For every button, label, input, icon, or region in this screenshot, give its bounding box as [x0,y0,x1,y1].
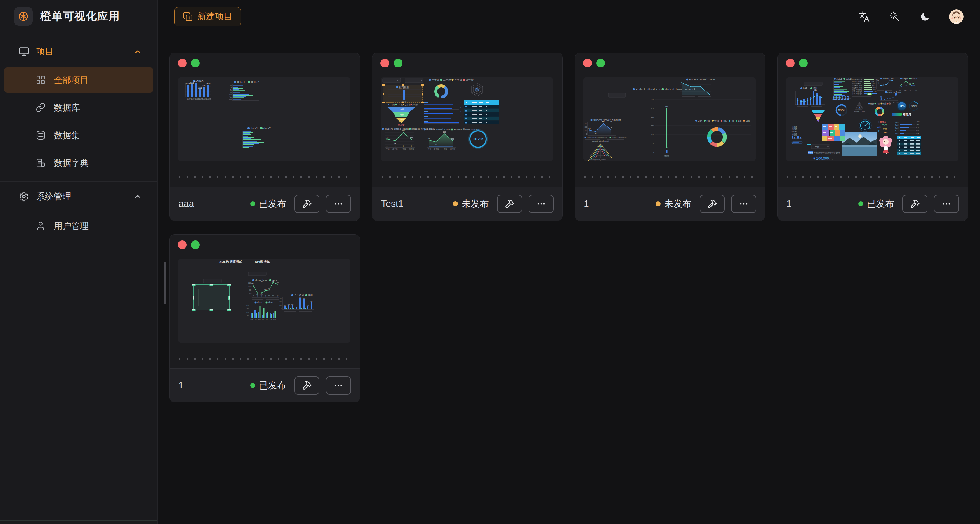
new-project-label: 新建项目 [197,11,232,22]
svg-text:二年级: 二年级 [399,114,404,116]
sidebar-group-system[interactable]: 系统管理 [0,186,158,207]
svg-text:Wed: Wed [714,119,719,122]
build-button[interactable] [294,376,320,395]
svg-text:data2: data2 [846,78,852,80]
sidebar-item-dictionary[interactable]: 数据字典 [4,151,153,176]
svg-text:1111: 1111 [272,280,275,282]
svg-text:350: 350 [246,305,248,306]
topbar-actions [858,10,964,24]
svg-text:课时: 课时 [308,294,313,297]
svg-text:92: 92 [394,142,396,144]
svg-text:data1: data1 [257,301,264,304]
svg-text:六年级: 六年级 [205,98,211,100]
svg-text:4343: 4343 [194,80,198,82]
project-submenu: 全部项目 数据库 数据集 数据字典 [0,59,158,176]
svg-text:600: 600 [249,290,251,291]
project-preview[interactable]: student_attend_count student_attend_coun… [575,53,765,186]
project-name: 1 [786,198,852,209]
svg-text:2: 2 [798,139,799,141]
sidebar-item-database[interactable]: 数据库 [4,95,153,120]
svg-text:小学一年级英语: 小学一年级英语 [852,81,862,83]
svg-text:Mon: Mon [251,319,253,320]
svg-text:700: 700 [310,301,313,302]
svg-text:50: 50 [247,315,249,317]
svg-text:388.: 388. [872,85,875,86]
sidebar-item-dataset[interactable]: 数据集 [4,123,153,148]
sidebar-group-projects[interactable]: 项目 [0,44,158,59]
svg-text:1037/0325/290020-: 1037/0325/290020- [612,137,627,139]
svg-text:Fri: Fri [266,319,267,320]
svg-text:13621: 13621 [916,124,920,126]
project-card-aaa[interactable]: price 3495 3805 4343 2316 [169,53,360,221]
svg-text:data1: data1 [237,80,245,84]
document-icon [36,158,46,169]
app-logo[interactable] [14,7,33,26]
project-card-test1[interactable]: 献花数量 一年级 一年级 二年级 三年级 四年级 [372,53,563,221]
user-avatar[interactable] [949,10,964,24]
project-card-1a[interactable]: student_attend_count student_attend_coun… [575,53,765,221]
sidebar: 橙单可视化应用 项目 全部项目 数据库 [0,0,158,524]
svg-text:三年级: 三年级 [399,119,404,120]
new-project-button[interactable]: 新建项目 [174,7,241,26]
svg-text:176: 176 [451,138,454,140]
svg-text:0: 0 [251,296,251,298]
copy-plus-icon [183,12,193,22]
build-button[interactable] [294,195,320,213]
more-button[interactable] [528,195,554,213]
chevron-up-icon[interactable] [134,47,142,56]
more-button[interactable] [326,195,351,213]
svg-text:No.3: No.3 [895,127,899,129]
status-dot [655,201,660,206]
project-preview[interactable]: price 3495 3805 4343 2316 [170,53,360,186]
svg-text:71 71 71: 71 71 71 [792,126,797,127]
svg-text:20: 20 [272,295,274,296]
project-preview[interactable]: 献花数量 一年级 一年级 二年级 三年级 四年级 [372,53,562,186]
svg-text:一年级: 一年级 [426,148,431,150]
project-card-1b[interactable]: 价格 课时 1111 [777,53,968,221]
avatar-illustration [949,10,964,24]
build-button[interactable] [902,195,928,213]
project-preview[interactable]: SQL数据源测试 API数据集 [170,234,360,368]
sidebar-bottom-bar [0,521,158,524]
mini-hbar-pairs: data1 data2 [834,78,852,99]
chevron-up-icon[interactable] [134,192,142,201]
more-button[interactable] [731,195,756,213]
svg-text:388: 388 [264,288,267,290]
svg-text:Sat: Sat [270,319,272,320]
svg-text:2316: 2316 [198,87,202,89]
svg-text:222: 222 [868,93,871,95]
svg-text:400: 400 [280,305,282,306]
grid-icon [36,75,46,85]
mini-line-chart-left: student_flower_amount 3002001000 1399229… [585,119,621,135]
sidebar-header: 橙单可视化应用 [0,0,158,33]
mini-gauge-36: 36 % [835,104,848,116]
mini-rank-bars: No.1No.2 No.3No.4 No.5 [895,121,920,135]
svg-text:47 47 47: 47 47 47 [792,131,797,132]
theme-wand-button[interactable] [888,10,901,23]
svg-text:四年级: 四年级 [466,78,474,81]
svg-text:Mon: Mon [870,103,874,105]
ellipsis-icon [334,199,344,209]
svg-text:1: 1 [460,106,461,108]
dark-mode-button[interactable] [919,10,932,23]
svg-text:七月流火: 七月流火 [878,121,886,123]
build-button[interactable] [497,195,522,213]
svg-text:三年级: 三年级 [454,78,462,81]
svg-text:Tue: Tue [706,119,710,122]
sidebar-item-all-projects[interactable]: 全部项目 [4,67,153,92]
more-button[interactable] [934,195,959,213]
red-dot [583,59,592,67]
project-preview[interactable]: 价格 课时 1111 [778,53,968,186]
content-scrollbar[interactable] [164,262,166,304]
group-label: 项目 [36,46,54,57]
svg-text:四年级: 四年级 [450,148,455,150]
build-button[interactable] [700,195,725,213]
more-button[interactable] [326,376,351,395]
language-button[interactable] [858,10,871,23]
svg-text:Wed: Wed [904,90,907,91]
mini-donut-small [874,106,885,117]
svg-text:1111: 1111 [888,79,891,80]
sidebar-item-user-management[interactable]: 用户管理 [4,213,153,239]
project-card-1c[interactable]: SQL数据源测试 API数据集 [169,234,360,403]
status-badge: 已发布 [250,198,286,210]
